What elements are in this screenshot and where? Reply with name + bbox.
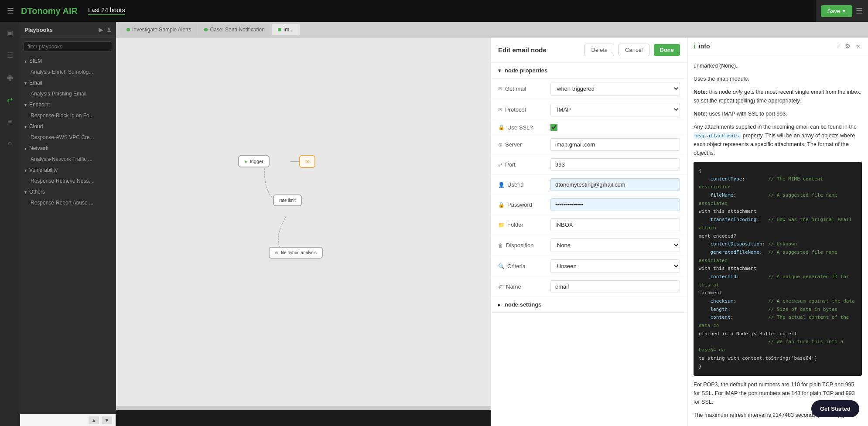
search-icon: 🔍 (498, 263, 505, 269)
category-network-label: Network (29, 145, 48, 151)
port-label: ⇄ Port (498, 161, 546, 168)
settings-icon[interactable]: ⚙ (843, 42, 852, 51)
form-row-userid: 👤 Userid (491, 175, 687, 195)
tab-dot (204, 28, 208, 31)
list-item[interactable]: Response-Block Ip on Fo... (20, 110, 116, 121)
hybrid-icon: ⊕ (275, 250, 278, 255)
category-email-header[interactable]: ▾ Email (20, 77, 116, 89)
category-cloud-header[interactable]: ▾ Cloud (20, 121, 116, 132)
category-vulnerability: ▾ Vulnerability Response-Retrieve Ness..… (20, 164, 116, 186)
tab-label: Investigate Sample Alerts (132, 27, 191, 33)
name-input[interactable] (550, 280, 680, 293)
canvas-scrollbar[interactable] (116, 406, 491, 410)
edit-panel: Edit email node Delete Cancel Done ▾ nod… (491, 37, 687, 426)
node-settings-section[interactable]: ▸ node settings (491, 297, 687, 313)
info-icon: i (694, 43, 695, 50)
tab-im[interactable]: Im... (272, 24, 300, 35)
form-row-disposition: 🗑 Disposition None Delete Mark as read (491, 235, 687, 256)
info-text-imap: Uses the imap module. (694, 75, 862, 83)
nav-lines-icon[interactable]: ≡ (5, 115, 14, 128)
chevron-right-icon: ▸ (498, 301, 501, 308)
playbooks-panel: Playbooks ▶ ⊻ ▾ SIEM Analysis-Enrich Sum… (20, 22, 116, 426)
filter-playbooks-input[interactable] (24, 41, 112, 52)
category-others: ▾ Others Response-Report Abuse ... (20, 186, 116, 208)
time-selector[interactable]: Last 24 hours (88, 7, 125, 15)
port-input[interactable] (550, 158, 680, 171)
list-item[interactable]: Analysis-Network Traffic ... (20, 154, 116, 164)
info-text-note1: Note: this node only gets the most recen… (694, 88, 862, 105)
rate-limit-node[interactable]: rate limit (273, 194, 302, 206)
canvas[interactable]: ● trigger ✉ rate limit (116, 37, 491, 410)
tag-icon: 🏷 (498, 284, 503, 290)
category-endpoint-header[interactable]: ▾ Endpoint (20, 99, 116, 110)
category-network-header[interactable]: ▾ Network (20, 143, 116, 154)
ssl-checkbox[interactable] (550, 124, 557, 131)
info-text-note2: Note: uses IMAP with SSL to port 993. (694, 109, 862, 118)
nav-list-icon[interactable]: ☰ (4, 48, 16, 62)
password-label: 🔒 Password (498, 201, 546, 208)
tab-case[interactable]: Case: Send Notification (198, 24, 270, 35)
tab-label: Im... (284, 27, 294, 33)
getmail-label: ✉ Get mail (498, 85, 546, 92)
password-input[interactable] (550, 198, 680, 211)
done-button[interactable]: Done (654, 44, 680, 56)
info-pane: i info i ⚙ × unmarked (None). Uses the i… (687, 37, 868, 426)
category-siem-header[interactable]: ▾ SIEM (20, 55, 116, 67)
criteria-select[interactable]: Unseen All Seen (550, 259, 680, 273)
hamburger-icon[interactable]: ☰ (7, 6, 14, 16)
scroll-up-button[interactable]: ▲ (89, 416, 99, 424)
play-icon[interactable]: ▶ (99, 26, 103, 33)
menu-icon-btn[interactable]: ☰ (856, 6, 863, 16)
scroll-down-button[interactable]: ▼ (102, 416, 112, 424)
category-others-header[interactable]: ▾ Others (20, 186, 116, 198)
tab-bar: Investigate Sample Alerts Case: Send Not… (116, 22, 868, 37)
info-header-icons: i ⚙ × (836, 42, 862, 51)
hybrid-node[interactable]: ⊕ file hybrid analysis (269, 247, 323, 259)
node-properties-section[interactable]: ▾ node properties (491, 63, 687, 78)
protocol-select[interactable]: IMAP POP3 (550, 103, 680, 116)
list-item[interactable]: Response-AWS VPC Cre... (20, 132, 116, 143)
connection-lines (116, 37, 491, 410)
category-email: ▾ Email Analysis-Phishing Email (20, 77, 116, 99)
nav-dashboard-icon[interactable]: ▣ (4, 26, 16, 40)
form-row-protocol: ✉ Protocol IMAP POP3 (491, 99, 687, 120)
list-item[interactable]: Analysis-Phishing Email (20, 89, 116, 99)
disposition-select[interactable]: None Delete Mark as read (550, 239, 680, 252)
info-detail-icon[interactable]: i (836, 42, 841, 51)
folder-label: 📁 Folder (498, 222, 546, 228)
tab-dot (126, 28, 130, 31)
delete-button[interactable]: Delete (584, 44, 614, 56)
category-vulnerability-label: Vulnerability (29, 167, 58, 173)
info-text-attachments: Any attachments supplied in the incoming… (694, 123, 862, 157)
port-icon: ⇄ (498, 162, 502, 168)
nav-share-icon[interactable]: ⇄ (4, 93, 15, 106)
getmail-select[interactable]: when triggered on schedule (550, 82, 680, 95)
ssl-label: 🔒 Use SSL? (498, 124, 546, 131)
rate-limit-label: rate limit (279, 198, 296, 203)
cancel-button[interactable]: Cancel (619, 44, 649, 56)
list-item[interactable]: Response-Report Abuse ... (20, 198, 116, 208)
hybrid-label: file hybrid analysis (281, 250, 317, 255)
list-item[interactable]: Analysis-Enrich Sumolog... (20, 67, 116, 77)
trigger-node[interactable]: ● trigger (238, 155, 270, 167)
node-settings-title: node settings (505, 301, 542, 308)
userid-input[interactable] (550, 178, 680, 191)
nav-drop-icon[interactable]: ◉ (4, 71, 16, 84)
modal-header: Edit email node Delete Cancel Done (491, 37, 687, 63)
categories-list: ▾ SIEM Analysis-Enrich Sumolog... ▾ Emai… (20, 55, 116, 414)
nav-circle-icon[interactable]: ○ (5, 137, 15, 150)
save-button[interactable]: Save ▼ (821, 5, 852, 17)
email-node[interactable]: ✉ (299, 155, 315, 168)
category-siem-label: SIEM (29, 58, 42, 64)
list-item[interactable]: Response-Retrieve Ness... (20, 176, 116, 186)
server-label: ⊕ Server (498, 141, 546, 148)
server-input[interactable] (550, 138, 680, 151)
category-vulnerability-header[interactable]: ▾ Vulnerability (20, 164, 116, 176)
tab-investigate[interactable]: Investigate Sample Alerts (120, 24, 197, 35)
name-label: 🏷 Name (498, 283, 546, 290)
top-right-toolbar: Save ▼ ☰ (816, 0, 868, 22)
expand-icon[interactable]: ⊻ (107, 26, 111, 33)
close-icon[interactable]: × (855, 42, 862, 51)
folder-input[interactable] (550, 218, 680, 231)
get-started-button[interactable]: Get Started (811, 400, 859, 417)
